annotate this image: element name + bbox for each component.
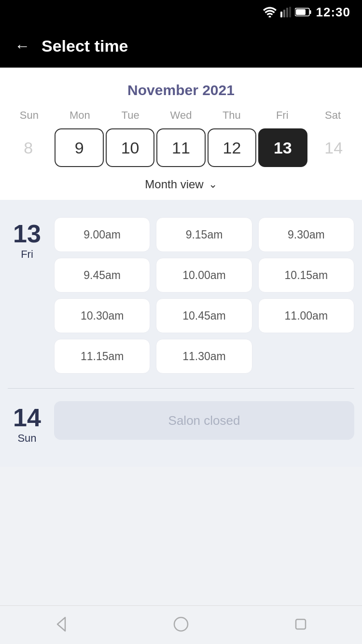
- day-header-thu: Thu: [206, 106, 257, 125]
- back-nav-icon[interactable]: [52, 616, 69, 635]
- day-label-14: 14 Sun: [8, 401, 46, 445]
- day-number-13: 13: [13, 221, 41, 246]
- calendar-section: November 2021 Sun Mon Tue Wed Thu Fri Sa…: [0, 68, 362, 200]
- time-slot-900[interactable]: 9.00am: [54, 217, 150, 252]
- svg-rect-10: [296, 619, 306, 629]
- svg-rect-1: [280, 12, 282, 17]
- back-button[interactable]: ←: [14, 37, 30, 55]
- day-headers-row: Sun Mon Tue Wed Thu Fri Sat: [0, 106, 362, 125]
- date-cell-13[interactable]: 13: [258, 128, 307, 167]
- date-cell-12[interactable]: 12: [208, 128, 256, 167]
- day-name-14: Sun: [17, 432, 36, 445]
- day-header-mon: Mon: [55, 106, 105, 125]
- android-nav-bar: [0, 605, 362, 644]
- time-slot-1015[interactable]: 10.15am: [258, 258, 354, 293]
- date-num-9: 9: [75, 139, 84, 157]
- day-header-tue: Tue: [105, 106, 156, 125]
- date-cell-9[interactable]: 9: [55, 128, 103, 167]
- signal-icon: [280, 7, 291, 17]
- home-nav-icon[interactable]: [172, 616, 190, 635]
- time-slots-section: 13 Fri 9.00am 9.15am 9.30am 9.45am 10.00…: [0, 200, 362, 467]
- day-header-sat: Sat: [307, 106, 358, 125]
- chevron-down-icon: ⌄: [209, 178, 217, 191]
- day-header-sun: Sun: [4, 106, 55, 125]
- time-grid-13: 9.00am 9.15am 9.30am 9.45am 10.00am 10.1…: [54, 217, 354, 374]
- day-section-14: 14 Sun Salon closed: [8, 393, 354, 452]
- time-slot-945[interactable]: 9.45am: [54, 258, 150, 293]
- day-name-13: Fri: [21, 248, 33, 261]
- time-slot-1030[interactable]: 10.30am: [54, 298, 150, 333]
- wifi-icon: [263, 7, 277, 17]
- status-time: 12:30: [316, 5, 351, 20]
- svg-rect-6: [309, 10, 311, 14]
- svg-point-0: [268, 16, 271, 18]
- svg-rect-7: [296, 9, 306, 15]
- month-year-label: November 2021: [0, 77, 362, 106]
- time-slot-915[interactable]: 9.15am: [156, 217, 252, 252]
- day-divider: [8, 388, 354, 389]
- svg-point-9: [174, 617, 188, 631]
- status-icons: [263, 7, 311, 17]
- date-num-14: 14: [324, 139, 343, 157]
- salon-closed-message: Salon closed: [54, 401, 354, 440]
- dates-row: 8 9 10 11 12 13 14: [0, 125, 362, 173]
- day-header-wed: Wed: [156, 106, 207, 125]
- status-bar: 12:30: [0, 0, 362, 24]
- date-cell-8[interactable]: 8: [4, 128, 53, 167]
- date-num-10: 10: [121, 139, 139, 157]
- month-view-label: Month view: [145, 178, 203, 191]
- time-slot-1045[interactable]: 10.45am: [156, 298, 252, 333]
- day-section-13: 13 Fri 9.00am 9.15am 9.30am 9.45am 10.00…: [8, 210, 354, 383]
- date-cell-14[interactable]: 14: [309, 128, 358, 167]
- page-title: Select time: [42, 37, 128, 56]
- day-label-13: 13 Fri: [8, 217, 46, 374]
- svg-marker-8: [57, 617, 65, 631]
- app-header: ← Select time: [0, 24, 362, 68]
- date-num-12: 12: [223, 139, 241, 157]
- time-slot-1130[interactable]: 11.30am: [156, 339, 252, 374]
- time-slot-1000[interactable]: 10.00am: [156, 258, 252, 293]
- time-slot-1115[interactable]: 11.15am: [54, 339, 150, 374]
- time-slot-930[interactable]: 9.30am: [258, 217, 354, 252]
- date-num-11: 11: [172, 139, 190, 157]
- date-num-8: 8: [24, 139, 33, 157]
- battery-icon: [295, 8, 311, 16]
- recents-nav-icon[interactable]: [293, 616, 310, 635]
- month-view-toggle[interactable]: Month view ⌄: [0, 173, 362, 200]
- day-header-fri: Fri: [257, 106, 307, 125]
- svg-rect-2: [283, 10, 285, 17]
- time-slot-1100[interactable]: 11.00am: [258, 298, 354, 333]
- date-cell-11[interactable]: 11: [156, 128, 205, 167]
- svg-rect-3: [286, 8, 288, 17]
- date-num-13: 13: [274, 139, 292, 157]
- day-number-14: 14: [13, 405, 41, 430]
- date-cell-10[interactable]: 10: [106, 128, 154, 167]
- svg-rect-4: [289, 7, 291, 17]
